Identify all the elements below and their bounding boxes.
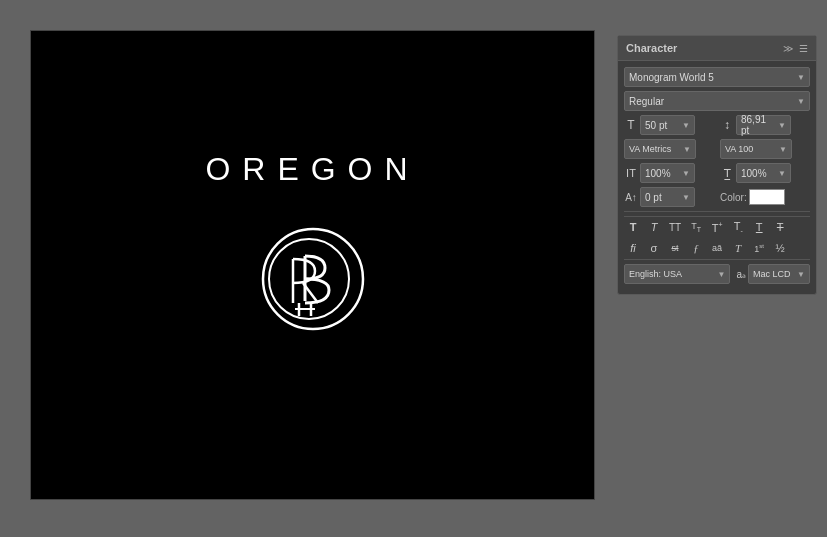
color-field: Color:: [720, 187, 810, 207]
panel-title: Character: [626, 42, 677, 54]
panel-menu-icon[interactable]: ☰: [799, 43, 808, 54]
fraction-button[interactable]: ½: [771, 241, 789, 255]
aa-value: Mac LCD: [753, 269, 791, 279]
vertical-scale-dropdown[interactable]: 100% ▼: [640, 163, 695, 183]
aa-button[interactable]: aā: [708, 242, 726, 254]
typography-buttons-row: T T TT TT T+ T- T T: [624, 216, 810, 237]
font-family-arrow: ▼: [797, 73, 805, 82]
scale-row: IT 100% ▼ T̲ 100% ▼: [624, 163, 810, 183]
bold-button[interactable]: T: [624, 220, 642, 234]
tracking-field: VA Metrics ▼: [624, 139, 714, 159]
font-style-dropdown[interactable]: Regular ▼: [624, 91, 810, 111]
frac-button[interactable]: ƒ: [687, 241, 705, 255]
panel-header: Character ≫ ☰: [618, 36, 816, 61]
aa-dropdown[interactable]: Mac LCD ▼: [748, 264, 810, 284]
canvas-text: OREGON: [31, 151, 594, 188]
vertical-scale-value: 100%: [645, 168, 671, 179]
font-size-dropdown[interactable]: 50 pt ▼: [640, 115, 695, 135]
tracking-dropdown[interactable]: VA Metrics ▼: [624, 139, 696, 159]
divider-2: [624, 259, 810, 260]
tracking-value: VA Metrics: [629, 144, 671, 154]
baseline-color-row: A↑ 0 pt ▼ Color:: [624, 187, 810, 207]
subscript-button[interactable]: T-: [729, 219, 747, 235]
italic-button[interactable]: T: [645, 220, 663, 234]
size-leading-row: T 50 pt ▼ ↕ 86,91 pt ▼: [624, 115, 810, 135]
kerning-dropdown[interactable]: VA 100 ▼: [720, 139, 792, 159]
underline-button[interactable]: T: [750, 220, 768, 234]
horizontal-scale-dropdown[interactable]: 100% ▼: [736, 163, 791, 183]
aa-arrow: ▼: [797, 270, 805, 279]
language-value: English: USA: [629, 269, 682, 279]
color-label: Color:: [720, 192, 747, 203]
leading-value: 86,91 pt: [741, 114, 776, 136]
font-style-arrow: ▼: [797, 97, 805, 106]
smallcaps-button[interactable]: TT: [687, 220, 705, 234]
panel-controls: ≫ ☰: [783, 43, 808, 54]
horizontal-scale-icon: T̲: [720, 167, 734, 180]
language-arrow: ▼: [718, 270, 726, 279]
vertical-scale-field: IT 100% ▼: [624, 163, 714, 183]
horizontal-scale-field: T̲ 100% ▼: [720, 163, 810, 183]
horizontal-scale-value: 100%: [741, 168, 767, 179]
font-size-field: T 50 pt ▼: [624, 115, 714, 135]
st-ligature-button[interactable]: st: [666, 242, 684, 254]
aa-icon: aₐ: [736, 269, 746, 280]
leading-dropdown[interactable]: 86,91 pt ▼: [736, 115, 791, 135]
fi-ligature-button[interactable]: fi: [624, 241, 642, 255]
kerning-value: VA 100: [725, 144, 753, 154]
hscale-arrow: ▼: [778, 169, 786, 178]
language-dropdown[interactable]: English: USA ▼: [624, 264, 730, 284]
language-aa-row: English: USA ▼ aₐ Mac LCD ▼: [624, 264, 810, 284]
t-alt-button[interactable]: T: [729, 241, 747, 255]
ligature-buttons-row: fi σ st ƒ aā T 1st ½: [624, 241, 810, 255]
font-family-dropdown[interactable]: Monogram World 5 ▼: [624, 67, 810, 87]
vscale-arrow: ▼: [682, 169, 690, 178]
color-swatch[interactable]: [749, 189, 785, 205]
panel-collapse-icon[interactable]: ≫: [783, 43, 793, 54]
font-size-arrow: ▼: [682, 121, 690, 130]
divider-1: [624, 211, 810, 212]
kerning-arrow: ▼: [779, 145, 787, 154]
tracking-kerning-row: VA Metrics ▼ VA 100 ▼: [624, 139, 810, 159]
canvas: OREGON: [30, 30, 595, 500]
panel-body: Monogram World 5 ▼ Regular ▼ T 50 pt ▼ ↕: [618, 61, 816, 294]
font-style-row: Regular ▼: [624, 91, 810, 111]
baseline-dropdown[interactable]: 0 pt ▼: [640, 187, 695, 207]
baseline-field: A↑ 0 pt ▼: [624, 187, 714, 207]
baseline-value: 0 pt: [645, 192, 662, 203]
leading-arrow: ▼: [778, 121, 786, 130]
ordinal-button[interactable]: 1st: [750, 242, 768, 255]
superscript-button[interactable]: T+: [708, 220, 726, 235]
leading-icon: ↕: [720, 118, 734, 132]
allcaps-button[interactable]: TT: [666, 221, 684, 234]
sigma-button[interactable]: σ: [645, 241, 663, 255]
font-style-value: Regular: [629, 96, 664, 107]
baseline-icon: A↑: [624, 192, 638, 203]
font-family-row: Monogram World 5 ▼: [624, 67, 810, 87]
font-size-icon: T: [624, 118, 638, 132]
tracking-arrow: ▼: [683, 145, 691, 154]
vertical-scale-icon: IT: [624, 167, 638, 179]
font-family-value: Monogram World 5: [629, 72, 714, 83]
character-panel: Character ≫ ☰ Monogram World 5 ▼ Regular…: [617, 35, 817, 295]
monogram-logo: [253, 221, 373, 351]
aa-field: aₐ Mac LCD ▼: [736, 264, 810, 284]
strikethrough-button[interactable]: T: [771, 220, 789, 234]
kerning-field: VA 100 ▼: [720, 139, 810, 159]
baseline-arrow: ▼: [682, 193, 690, 202]
font-size-value: 50 pt: [645, 120, 667, 131]
leading-field: ↕ 86,91 pt ▼: [720, 115, 810, 135]
